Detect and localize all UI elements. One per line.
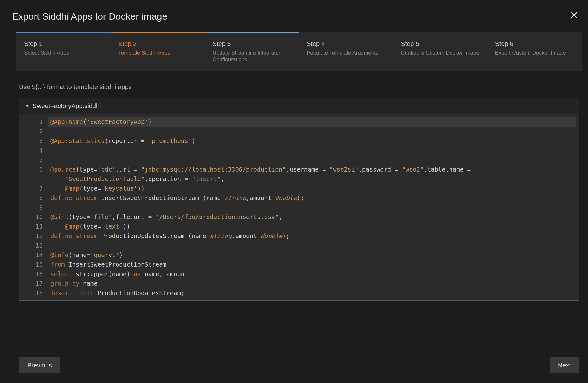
content-area: Use ${...} format to template siddhi app… xyxy=(10,71,588,350)
step-4[interactable]: Step 4 Populate Template Arguments xyxy=(299,32,393,71)
step-6[interactable]: Step 6 Export Custom Docker Image xyxy=(488,32,582,71)
step-1[interactable]: Step 1 Select Siddhi Apps xyxy=(16,32,111,71)
instruction-text: Use ${...} format to template siddhi app… xyxy=(19,83,579,91)
modal-footer: Previous Next xyxy=(10,350,588,383)
step-title: Step 5 xyxy=(401,40,480,48)
close-icon[interactable] xyxy=(566,10,582,23)
modal-title: Export Siddhi Apps for Docker image xyxy=(12,11,167,22)
step-title: Step 6 xyxy=(495,40,574,48)
next-button[interactable]: Next xyxy=(550,357,579,373)
code-editor[interactable]: 123456789101112131415161718 @App:name('S… xyxy=(19,114,579,300)
step-sub: Export Custom Docker Image xyxy=(495,49,574,56)
caret-down-icon: ▼ xyxy=(25,103,29,108)
line-gutter: 123456789101112131415161718 xyxy=(19,114,48,300)
step-title: Step 2 xyxy=(118,40,197,48)
step-sub: Template Siddhi Apps xyxy=(118,49,197,56)
file-header[interactable]: ▼ SweetFactoryApp.siddhi xyxy=(19,98,579,114)
step-sub: Configure Custom Docker Image xyxy=(401,49,480,56)
step-sub: Update Streaming Integrator Configuratio… xyxy=(213,49,291,63)
previous-button[interactable]: Previous xyxy=(19,357,60,373)
code-area[interactable]: @App:name('SweetFactoryApp') @App:statis… xyxy=(48,114,579,300)
step-title: Step 3 xyxy=(213,40,291,48)
export-modal: Export Siddhi Apps for Docker image Step… xyxy=(10,0,588,383)
step-5[interactable]: Step 5 Configure Custom Docker Image xyxy=(393,32,487,71)
step-title: Step 1 xyxy=(24,40,103,48)
step-title: Step 4 xyxy=(307,40,386,48)
modal-header: Export Siddhi Apps for Docker image xyxy=(10,0,588,32)
step-2[interactable]: Step 2 Template Siddhi Apps xyxy=(111,32,205,71)
file-block: ▼ SweetFactoryApp.siddhi 123456789101112… xyxy=(19,98,579,301)
step-sub: Select Siddhi Apps xyxy=(24,49,103,56)
stepper-wrapper: Step 1 Select Siddhi Apps Step 2 Templat… xyxy=(10,32,588,71)
stepper: Step 1 Select Siddhi Apps Step 2 Templat… xyxy=(16,32,582,71)
step-sub: Populate Template Arguments xyxy=(307,49,386,56)
file-name: SweetFactoryApp.siddhi xyxy=(33,102,101,110)
step-3[interactable]: Step 3 Update Streaming Integrator Confi… xyxy=(205,32,299,71)
